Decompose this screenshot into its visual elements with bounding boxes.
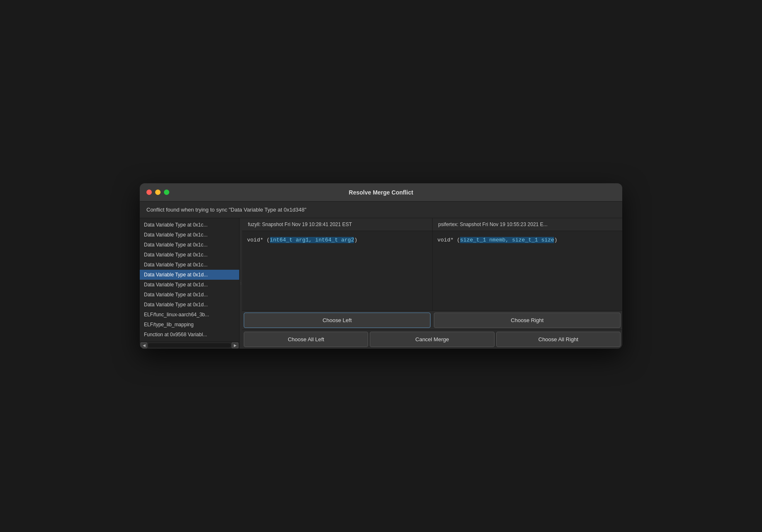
- resolve-merge-conflict-window: Resolve Merge Conflict Conflict found wh…: [140, 183, 622, 349]
- conflict-list-panel: Data Variable Type at 0x1c...Data Variab…: [140, 218, 240, 349]
- choose-all-left-button[interactable]: Choose All Left: [244, 332, 368, 347]
- left-code-prefix: void* (: [247, 237, 270, 243]
- diff-headers: fuzyll: Snapshot Fri Nov 19 10:28:41 202…: [242, 218, 622, 231]
- conflict-list-item[interactable]: Data Variable Type at 0x1d...: [140, 270, 239, 280]
- conflict-list-item[interactable]: Data Variable Type at 0x1c...: [140, 250, 239, 260]
- maximize-button[interactable]: [164, 190, 169, 195]
- conflict-list-item[interactable]: Data Variable Type at 0x1c...: [140, 240, 239, 250]
- right-code-line: void* (size_t_1 nmemb, size_t_1 size): [438, 236, 618, 245]
- close-button[interactable]: [146, 190, 152, 195]
- left-code-suffix: ): [354, 237, 357, 243]
- conflict-list-item[interactable]: Data Variable Type at 0x1d...: [140, 280, 239, 290]
- left-code-args: int64_t arg1, int64_t arg2: [270, 237, 354, 243]
- right-diff-header: psifertex: Snapshot Fri Nov 19 10:55:23 …: [433, 218, 623, 231]
- right-code-args: size_t_1 nmemb, size_t_1 size: [460, 237, 554, 243]
- conflict-list-item[interactable]: Data Variable Type at 0x1c...: [140, 230, 239, 240]
- choose-all-right-button[interactable]: Choose All Right: [496, 332, 621, 347]
- left-code-line: void* (int64_t arg1, int64_t arg2): [247, 236, 427, 245]
- right-code-suffix: ): [554, 237, 557, 243]
- conflict-text: Conflict found when trying to sync "Data…: [146, 207, 307, 213]
- conflict-list-item[interactable]: Function at 0x9568 Variabl...: [140, 330, 239, 340]
- left-diff-header: fuzyll: Snapshot Fri Nov 19 10:28:41 202…: [242, 218, 433, 231]
- window-title: Resolve Merge Conflict: [349, 189, 413, 196]
- cancel-merge-button[interactable]: Cancel Merge: [370, 332, 494, 347]
- right-code-prefix: void* (: [438, 237, 460, 243]
- choose-right-button[interactable]: Choose Right: [434, 313, 621, 328]
- scroll-left-arrow[interactable]: ◀: [141, 342, 147, 348]
- conflict-list-item[interactable]: Data Variable Type at 0x1c...: [140, 220, 239, 230]
- traffic-lights: [146, 190, 169, 195]
- conflict-list-item[interactable]: ELF/func_linux-aarch64_3b...: [140, 310, 239, 320]
- scroll-right-arrow[interactable]: ▶: [232, 342, 238, 348]
- conflict-list-item[interactable]: Data Variable Type at 0x1c...: [140, 260, 239, 270]
- conflict-list-item[interactable]: Data Variable Type at 0x1d...: [140, 300, 239, 310]
- choose-left-button[interactable]: Choose Left: [244, 313, 430, 328]
- conflict-list-item[interactable]: Data Variable Type at 0x1d...: [140, 290, 239, 300]
- diff-area: fuzyll: Snapshot Fri Nov 19 10:28:41 202…: [242, 218, 622, 349]
- conflict-list[interactable]: Data Variable Type at 0x1c...Data Variab…: [140, 218, 239, 341]
- minimize-button[interactable]: [155, 190, 161, 195]
- buttons-row2: Choose All Left Cancel Merge Choose All …: [242, 330, 622, 349]
- scroll-track[interactable]: [148, 343, 231, 347]
- horizontal-scrollbar[interactable]: ◀ ▶: [140, 341, 239, 349]
- right-diff-panel: void* (size_t_1 nmemb, size_t_1 size): [433, 231, 623, 310]
- diff-panels: void* (int64_t arg1, int64_t arg2) void*…: [242, 231, 622, 310]
- main-content: Data Variable Type at 0x1c...Data Variab…: [140, 218, 622, 349]
- conflict-list-item[interactable]: ELF/type_lib_mapping: [140, 320, 239, 330]
- conflict-banner: Conflict found when trying to sync "Data…: [140, 202, 622, 218]
- buttons-row1: Choose Left Choose Right: [242, 310, 622, 330]
- titlebar: Resolve Merge Conflict: [140, 183, 622, 202]
- left-diff-panel: void* (int64_t arg1, int64_t arg2): [242, 231, 433, 310]
